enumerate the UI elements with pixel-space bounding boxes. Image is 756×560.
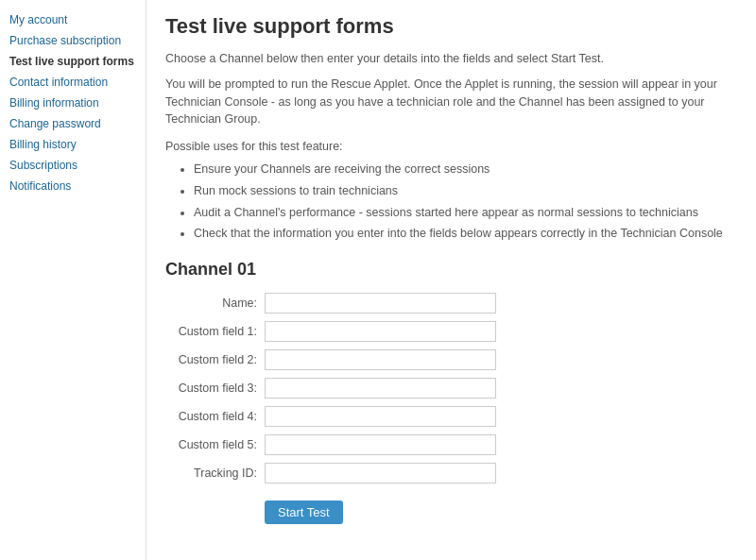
- bullet-item-3: Audit a Channel's performance - sessions…: [194, 202, 737, 224]
- tracking-id-label: Tracking ID:: [165, 467, 265, 480]
- custom4-row: Custom field 4:: [165, 406, 737, 427]
- tracking-id-row: Tracking ID:: [165, 463, 737, 484]
- info-text: You will be prompted to run the Rescue A…: [165, 76, 737, 128]
- bullet-item-1: Ensure your Channels are receiving the c…: [194, 159, 737, 180]
- name-row: Name:: [165, 293, 737, 314]
- possible-uses-label: Possible uses for this test feature:: [165, 140, 737, 153]
- custom5-row: Custom field 5:: [165, 434, 737, 455]
- custom3-label: Custom field 3:: [165, 382, 265, 395]
- bullet-item-2: Run mock sessions to train technicians: [194, 180, 737, 202]
- custom2-row: Custom field 2:: [165, 349, 737, 370]
- sidebar-item-change-password[interactable]: Change password: [0, 113, 146, 134]
- sidebar-item-subscriptions[interactable]: Subscriptions: [0, 155, 146, 176]
- custom4-label: Custom field 4:: [165, 410, 265, 423]
- custom1-label: Custom field 1:: [165, 325, 265, 338]
- sidebar-item-test-live-support: Test live support forms: [0, 51, 146, 72]
- sidebar: My account Purchase subscription Test li…: [0, 0, 146, 560]
- support-form: Name: Custom field 1: Custom field 2: Cu…: [165, 293, 737, 524]
- tracking-id-input[interactable]: [265, 463, 496, 484]
- sidebar-item-purchase-subscription[interactable]: Purchase subscription: [0, 30, 146, 51]
- page-title: Test live support forms: [165, 14, 737, 39]
- name-label: Name:: [165, 297, 265, 310]
- custom5-label: Custom field 5:: [165, 438, 265, 451]
- custom5-input[interactable]: [265, 434, 496, 455]
- channel-title: Channel 01: [165, 260, 737, 280]
- custom1-input[interactable]: [265, 321, 496, 342]
- custom3-input[interactable]: [265, 378, 496, 399]
- bullet-list: Ensure your Channels are receiving the c…: [165, 159, 737, 245]
- name-input[interactable]: [265, 293, 496, 314]
- main-content: Test live support forms Choose a Channel…: [146, 0, 756, 560]
- start-test-button[interactable]: Start Test: [265, 501, 343, 524]
- custom2-input[interactable]: [265, 349, 496, 370]
- submit-row: Start Test: [165, 491, 737, 524]
- custom1-row: Custom field 1:: [165, 321, 737, 342]
- bullet-item-4: Check that the information you enter int…: [194, 223, 737, 245]
- custom3-row: Custom field 3:: [165, 378, 737, 399]
- sidebar-item-billing-info[interactable]: Billing information: [0, 93, 146, 113]
- custom2-label: Custom field 2:: [165, 353, 265, 366]
- sidebar-item-contact-info[interactable]: Contact information: [0, 72, 146, 93]
- intro-text: Choose a Channel below then enter your d…: [165, 50, 737, 68]
- sidebar-item-my-account[interactable]: My account: [0, 9, 146, 30]
- custom4-input[interactable]: [265, 406, 496, 427]
- sidebar-item-notifications[interactable]: Notifications: [0, 176, 146, 196]
- sidebar-item-billing-history[interactable]: Billing history: [0, 134, 146, 155]
